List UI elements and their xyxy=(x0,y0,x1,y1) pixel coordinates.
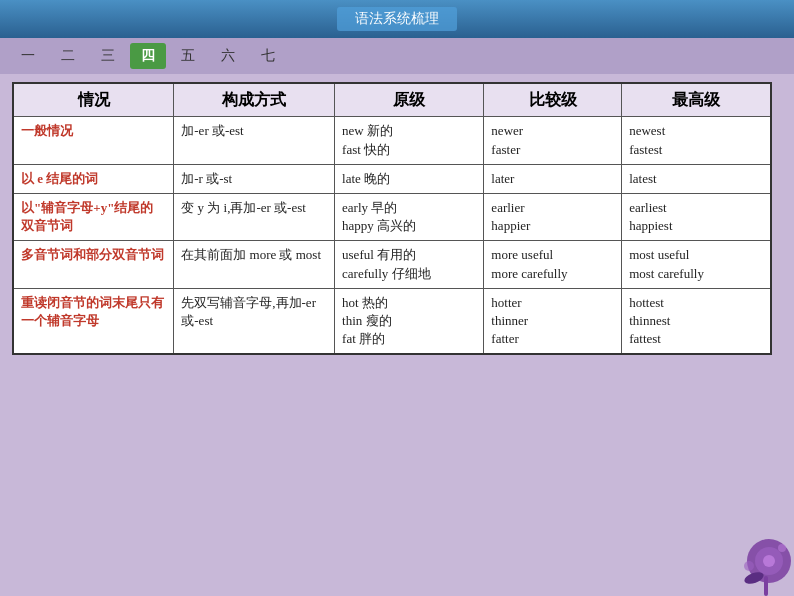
nav-tab-五[interactable]: 五 xyxy=(170,43,206,69)
nav-tab-一[interactable]: 一 xyxy=(10,43,46,69)
table-row: 以 e 结尾的词加-r 或-stlate 晚的laterlatest xyxy=(13,164,771,193)
top-bar: 语法系统梳理 xyxy=(0,0,794,38)
cell-4-structure: 先双写辅音字母,再加-er 或-est xyxy=(174,288,335,354)
table-row: 重读闭音节的词末尾只有一个辅音字母先双写辅音字母,再加-er 或-esthot … xyxy=(13,288,771,354)
nav-tab-七[interactable]: 七 xyxy=(250,43,286,69)
cell-0-comparative: newerfaster xyxy=(484,117,622,164)
cell-3-base: useful 有用的carefully 仔细地 xyxy=(335,241,484,288)
table-header-row: 情况构成方式原级比较级最高级 xyxy=(13,83,771,117)
cell-3-comparative: more usefulmore carefully xyxy=(484,241,622,288)
col-header-2: 原级 xyxy=(335,83,484,117)
cell-4-base: hot 热的thin 瘦的fat 胖的 xyxy=(335,288,484,354)
cell-1-structure: 加-r 或-st xyxy=(174,164,335,193)
nav-tabs: 一二三四五六七 xyxy=(0,38,794,74)
decorative-element xyxy=(704,506,794,596)
cell-3-superlative: most usefulmost carefully xyxy=(622,241,771,288)
col-header-1: 构成方式 xyxy=(174,83,335,117)
nav-tab-六[interactable]: 六 xyxy=(210,43,246,69)
cell-2-structure: 变 y 为 i,再加-er 或-est xyxy=(174,193,335,240)
table-row: 多音节词和部分双音节词在其前面加 more 或 mostuseful 有用的ca… xyxy=(13,241,771,288)
svg-point-6 xyxy=(778,544,786,552)
table-row: 一般情况加-er 或-estnew 新的fast 快的newerfasterne… xyxy=(13,117,771,164)
cell-2-superlative: earliesthappiest xyxy=(622,193,771,240)
cell-1-comparative: later xyxy=(484,164,622,193)
col-header-3: 比较级 xyxy=(484,83,622,117)
table-body: 一般情况加-er 或-estnew 新的fast 快的newerfasterne… xyxy=(13,117,771,354)
svg-rect-3 xyxy=(764,576,768,596)
col-header-4: 最高级 xyxy=(622,83,771,117)
cell-1-situation: 以 e 结尾的词 xyxy=(13,164,174,193)
cell-0-base: new 新的fast 快的 xyxy=(335,117,484,164)
cell-0-situation: 一般情况 xyxy=(13,117,174,164)
top-bar-title: 语法系统梳理 xyxy=(337,7,457,31)
svg-point-2 xyxy=(763,555,775,567)
cell-0-structure: 加-er 或-est xyxy=(174,117,335,164)
nav-tab-三[interactable]: 三 xyxy=(90,43,126,69)
svg-point-5 xyxy=(744,561,754,571)
cell-1-superlative: latest xyxy=(622,164,771,193)
nav-tab-四[interactable]: 四 xyxy=(130,43,166,69)
cell-2-situation: 以"辅音字母+y"结尾的双音节词 xyxy=(13,193,174,240)
col-header-0: 情况 xyxy=(13,83,174,117)
table-row: 以"辅音字母+y"结尾的双音节词变 y 为 i,再加-er 或-estearly… xyxy=(13,193,771,240)
cell-1-base: late 晚的 xyxy=(335,164,484,193)
cell-4-comparative: hotterthinnerfatter xyxy=(484,288,622,354)
cell-3-structure: 在其前面加 more 或 most xyxy=(174,241,335,288)
cell-2-comparative: earlierhappier xyxy=(484,193,622,240)
cell-4-superlative: hottestthinnestfattest xyxy=(622,288,771,354)
main-content: 情况构成方式原级比较级最高级 一般情况加-er 或-estnew 新的fast … xyxy=(0,74,794,363)
cell-4-situation: 重读闭音节的词末尾只有一个辅音字母 xyxy=(13,288,174,354)
cell-0-superlative: newestfastest xyxy=(622,117,771,164)
grammar-table: 情况构成方式原级比较级最高级 一般情况加-er 或-estnew 新的fast … xyxy=(12,82,772,355)
cell-3-situation: 多音节词和部分双音节词 xyxy=(13,241,174,288)
cell-2-base: early 早的happy 高兴的 xyxy=(335,193,484,240)
nav-tab-二[interactable]: 二 xyxy=(50,43,86,69)
